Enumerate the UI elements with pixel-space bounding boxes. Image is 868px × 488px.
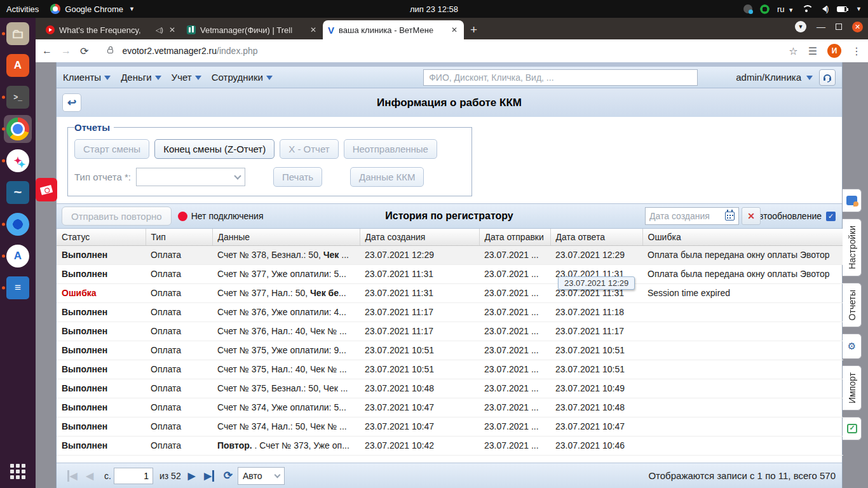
table-row[interactable]: ВыполненОплатаСчет № 374, Нал.: 50, Чек … — [57, 417, 843, 436]
payment-widget-tab[interactable] — [36, 178, 57, 201]
column-header[interactable]: Тип — [146, 229, 212, 245]
last-page-button[interactable]: ▶ — [204, 470, 214, 482]
dock-item-android[interactable] — [0, 240, 36, 272]
dock-item-mysql[interactable] — [0, 177, 36, 208]
chevron-down-icon — [266, 76, 273, 83]
table-row[interactable]: ВыполненОплатаСчет № 376, Уже оплатили: … — [57, 302, 843, 322]
tab-title: ваша клиника - ВетМене — [339, 25, 445, 35]
app-menu[interactable]: Google Chrome ▼ — [50, 4, 135, 14]
shift-start-button[interactable]: Старт смены — [74, 139, 149, 159]
column-header[interactable]: Дата создания — [360, 229, 479, 245]
error-cell: Оплата была передана окну оплаты Эвотор — [642, 264, 843, 283]
shift-end-z-report-button[interactable]: Конец смены (Z-Отчет) — [154, 139, 275, 159]
tab-vetmanager[interactable]: V ваша клиника - ВетМене ✕ — [323, 20, 464, 39]
side-tab-настройки[interactable]: Настройки — [843, 219, 862, 276]
column-header[interactable]: Ошибка — [642, 229, 843, 245]
dock-item-slack[interactable] — [0, 145, 36, 177]
table-row[interactable]: ВыполненОплатаСчет № 375, Уже оплатили: … — [57, 341, 843, 360]
unsent-button[interactable]: Неотправленные — [344, 139, 437, 159]
table-row[interactable]: ВыполненОплатаСчет № 377, Уже оплатили: … — [57, 264, 843, 283]
forward-icon[interactable]: → — [61, 45, 71, 57]
sync-tray-icon[interactable] — [760, 4, 770, 14]
dock-item-bluehub[interactable] — [0, 208, 36, 240]
keyboard-layout-indicator[interactable]: ru ▼ — [777, 4, 794, 14]
nav-money[interactable]: Деньги — [121, 72, 161, 83]
browser-menu-icon[interactable]: ⋮ — [851, 45, 862, 57]
screencast-tray-icon[interactable] — [743, 4, 752, 13]
activities-button[interactable]: Activities — [6, 4, 39, 14]
bookmark-star-icon[interactable]: ☆ — [789, 45, 797, 57]
kkm-data-button[interactable]: Данные ККМ — [350, 167, 424, 187]
next-page-button[interactable]: ▶ — [188, 470, 196, 482]
side-tab-calendar-check[interactable] — [843, 417, 862, 440]
profile-avatar[interactable]: И — [827, 44, 841, 58]
battery-icon[interactable] — [837, 6, 847, 12]
table-row[interactable]: ОшибкаОплатаСчет № 377, Нал.: 50, Чек бе… — [57, 283, 843, 302]
table-row[interactable]: ВыполненОплатаСчет № 378, Безнал.: 50, Ч… — [57, 245, 843, 264]
close-window-button[interactable]: ✕ — [852, 22, 863, 32]
lock-icon[interactable] — [107, 49, 113, 53]
nav-staff[interactable]: Сотрудники — [212, 72, 273, 83]
side-tab-импорт[interactable]: Импорт — [843, 365, 862, 410]
show-apps-button[interactable] — [0, 459, 36, 484]
table-row[interactable]: ВыполненОплатаПовтор. . Счет № 373, Уже … — [57, 436, 843, 455]
reload-icon[interactable]: ⟳ — [80, 45, 88, 57]
first-page-button[interactable]: ◀ — [67, 470, 78, 482]
media-controls-button[interactable]: ▼ — [795, 21, 806, 32]
dock-item-chrome[interactable] — [0, 113, 36, 145]
volume-icon[interactable] — [819, 6, 827, 12]
page-number-input[interactable] — [114, 468, 153, 484]
maximize-window-button[interactable] — [836, 24, 842, 30]
x-report-button[interactable]: X - Отчет — [280, 139, 338, 159]
column-header[interactable]: Статус — [57, 229, 146, 245]
sent-cell: 23.07.2021 ... — [479, 417, 550, 436]
column-header[interactable]: Дата ответа — [550, 229, 642, 245]
side-tab-gear[interactable]: ⚙ — [843, 334, 862, 359]
autorefresh-checkbox[interactable]: ✓ — [826, 212, 836, 221]
dock-item-software[interactable] — [0, 50, 36, 81]
refresh-icon[interactable]: ⟳ — [224, 469, 233, 482]
side-tab-отчеты[interactable]: Отчеты — [843, 283, 862, 327]
table-row[interactable]: ВыполненОплатаСчет № 376, Нал.: 40, Чек … — [57, 322, 843, 341]
global-search-input[interactable] — [423, 69, 698, 86]
side-tab-evotor-widget[interactable] — [843, 189, 862, 212]
nav-clients[interactable]: Клиенты — [63, 72, 111, 83]
creation-date-filter-input[interactable]: Дата создания — [645, 207, 739, 225]
clear-date-button[interactable]: ✕ — [742, 207, 761, 225]
close-tab-icon[interactable]: ✕ — [309, 25, 318, 34]
software-icon — [6, 54, 29, 77]
close-tab-icon[interactable]: ✕ — [450, 25, 459, 34]
system-menu-chevron-icon[interactable]: ▼ — [856, 6, 862, 12]
prev-page-button[interactable]: ◀ — [86, 470, 94, 482]
browser-window: What's the Frequency, ◁) ✕ Vetmanager(Фи… — [36, 18, 868, 488]
close-tab-icon[interactable]: ✕ — [168, 25, 177, 34]
calendar-icon[interactable] — [725, 212, 735, 220]
support-button[interactable] — [819, 69, 836, 86]
back-icon[interactable]: ← — [42, 45, 52, 57]
reading-list-icon[interactable]: ☰ — [808, 45, 817, 57]
column-header[interactable]: Дата отправки — [479, 229, 550, 245]
refresh-mode-select[interactable]: Авто — [238, 467, 285, 485]
error-cell — [642, 302, 843, 322]
page-back-button[interactable]: ↩ — [62, 93, 81, 112]
dock-item-writer[interactable] — [0, 272, 36, 304]
table-row[interactable]: ВыполненОплатаСчет № 375, Безнал.: 50, Ч… — [57, 379, 843, 398]
tab-trello[interactable]: Vetmanager(Фичи) | Trell ✕ — [182, 20, 323, 39]
address-bar[interactable]: evotor2.vetmanager2.ru/index.php — [122, 46, 257, 56]
report-type-select[interactable] — [136, 168, 245, 186]
user-menu[interactable]: admin/Клиника — [736, 72, 813, 83]
minimize-window-button[interactable]: — — [817, 22, 825, 32]
table-row[interactable]: ВыполненОплатаСчет № 374, Уже оплатили: … — [57, 398, 843, 417]
table-row[interactable]: ВыполненОплатаСчет № 375, Нал.: 40, Чек … — [57, 360, 843, 379]
type-cell: Оплата — [146, 398, 212, 417]
print-button[interactable]: Печать — [273, 167, 322, 187]
new-tab-button[interactable]: + — [470, 23, 477, 37]
nav-accounting[interactable]: Учет — [172, 72, 201, 83]
dock-item-terminal[interactable] — [0, 81, 36, 113]
column-header[interactable]: Данные — [212, 229, 360, 245]
audio-playing-icon[interactable]: ◁) — [156, 26, 163, 34]
tab-media[interactable]: What's the Frequency, ◁) ✕ — [41, 20, 182, 39]
resend-button[interactable]: Отправить повторно — [62, 207, 172, 226]
wifi-icon[interactable] — [801, 5, 811, 13]
dock-item-files[interactable] — [0, 18, 36, 50]
